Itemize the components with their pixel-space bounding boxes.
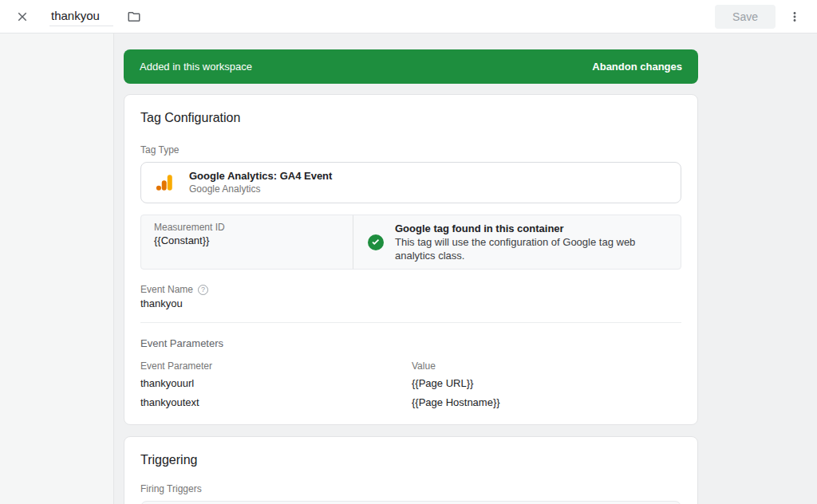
top-bar: thankyou Save: [0, 0, 817, 33]
tag-type-row[interactable]: Google Analytics: GA4 Event Google Analy…: [140, 162, 681, 203]
measurement-row: Measurement ID {{Constant}} Google tag f…: [140, 215, 681, 270]
tag-type-vendor: Google Analytics: [189, 183, 332, 195]
status-description: This tag will use the configuration of G…: [395, 235, 668, 262]
tag-configuration-title: Tag Configuration: [140, 111, 681, 125]
parameter-name: thankyoutext: [140, 396, 412, 410]
folder-button[interactable]: [123, 6, 145, 28]
event-parameter-row[interactable]: thankyouurl {{Page URL}}: [140, 376, 681, 391]
column-header-value: Value: [412, 360, 681, 372]
event-parameter-row[interactable]: thankyoutext {{Page Hostname}}: [140, 396, 681, 410]
tag-configuration-card: Tag Configuration Tag Type Google Analyt…: [124, 94, 698, 425]
measurement-id-label: Measurement ID: [154, 222, 340, 233]
event-parameters-section: Event Parameters Event Parameter Value t…: [140, 337, 681, 410]
folder-icon: [127, 10, 141, 24]
more-options-button[interactable]: [783, 6, 806, 28]
status-text: Google tag found in this container This …: [395, 222, 668, 262]
workspace-banner: Added in this workspace Abandon changes: [124, 49, 698, 84]
event-name-label: Event Name: [140, 284, 193, 295]
close-icon: [15, 10, 30, 24]
abandon-changes-button[interactable]: Abandon changes: [592, 56, 682, 77]
triggering-title: Triggering: [140, 453, 681, 467]
measurement-id-value: {{Constant}}: [154, 234, 340, 246]
help-icon[interactable]: [198, 285, 208, 295]
check-circle-icon: [366, 233, 385, 252]
measurement-id-field[interactable]: Measurement ID {{Constant}}: [141, 215, 353, 269]
triggering-card: Triggering Firing Triggers thankyou Just…: [124, 436, 698, 504]
tag-name-input[interactable]: thankyou: [49, 7, 113, 26]
kebab-icon: [787, 10, 802, 24]
tag-type-info: Google Analytics: GA4 Event Google Analy…: [189, 170, 332, 195]
parameter-value: {{Page Hostname}}: [412, 396, 681, 410]
event-parameters-title: Event Parameters: [140, 337, 681, 349]
google-tag-status: Google tag found in this container This …: [353, 215, 681, 269]
status-title: Google tag found in this container: [395, 222, 668, 235]
event-name-label-row: Event Name: [140, 284, 681, 295]
column-header-parameter: Event Parameter: [140, 360, 412, 372]
save-button[interactable]: Save: [715, 5, 776, 29]
top-bar-left: thankyou: [11, 6, 145, 28]
top-bar-right: Save: [715, 5, 806, 29]
firing-triggers-label: Firing Triggers: [140, 483, 681, 494]
left-gutter: [0, 33, 114, 504]
event-parameters-headers: Event Parameter Value: [140, 360, 681, 372]
editor-column: Added in this workspace Abandon changes …: [124, 49, 698, 504]
trigger-row[interactable]: thankyou Just Links: [140, 501, 681, 504]
parameter-value: {{Page URL}}: [412, 376, 681, 391]
section-divider: [140, 322, 681, 323]
event-name-block: Event Name thankyou: [140, 284, 681, 309]
banner-message: Added in this workspace: [140, 61, 252, 73]
event-name-value[interactable]: thankyou: [140, 297, 681, 309]
close-button[interactable]: [11, 6, 34, 28]
parameter-name: thankyouurl: [140, 376, 412, 391]
tag-type-name: Google Analytics: GA4 Event: [189, 170, 332, 183]
content-area: Added in this workspace Abandon changes …: [0, 33, 817, 504]
google-analytics-icon: [154, 172, 175, 193]
tag-type-label: Tag Type: [140, 144, 681, 156]
